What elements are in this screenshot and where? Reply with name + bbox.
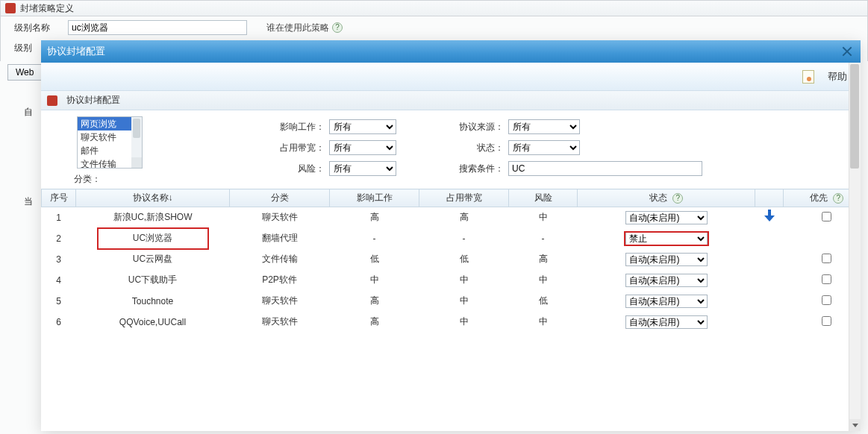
row-status-select[interactable]: 自动(未启用) 禁止 <box>625 315 708 329</box>
cell-bw: 中 <box>419 270 509 291</box>
priority-checkbox[interactable] <box>822 316 831 326</box>
cell-seq: 6 <box>42 312 76 333</box>
search-input[interactable] <box>508 161 702 176</box>
auto-label: 自 <box>24 106 33 119</box>
level-short-label: 级别 <box>8 43 32 53</box>
cell-impact: 低 <box>330 249 419 270</box>
tab-web[interactable]: Web <box>7 64 42 81</box>
table-header-row: 序号 协议名称↓ 分类 影响工作 占用带宽 风险 状态 ? 优先 ? <box>42 189 861 207</box>
source-label: 协议来源： <box>441 121 508 133</box>
cell-seq: 3 <box>42 249 76 270</box>
down-arrow-icon[interactable] <box>763 210 776 223</box>
cell-arrow <box>755 228 784 249</box>
cell-cat: 聊天软件 <box>230 312 330 333</box>
col-cat[interactable]: 分类 <box>230 189 330 207</box>
cell-impact: - <box>330 228 419 249</box>
cell-name: UC浏览器 <box>76 228 230 249</box>
cell-cat: P2P软件 <box>230 270 330 291</box>
col-arrow <box>755 189 784 207</box>
cell-impact: 高 <box>330 291 419 312</box>
cell-arrow <box>755 270 784 291</box>
cell-impact: 中 <box>330 270 419 291</box>
cell-status: 自动(未启用) 禁止 <box>578 249 755 270</box>
source-select[interactable]: 所有 <box>508 119 580 134</box>
row-status-select[interactable]: 自动(未启用) 禁止 <box>625 295 708 308</box>
impact-select[interactable]: 所有 <box>329 119 396 134</box>
help-icon[interactable]: ? <box>833 193 843 204</box>
modal-body: 帮助 协议封堵配置 网页浏览 聊天软件 邮件 文件传输 分类： <box>41 63 861 431</box>
modal-scrollbar[interactable] <box>849 63 861 431</box>
help-icon[interactable]: ? <box>672 193 683 204</box>
bg-title: 封堵策略定义 <box>20 2 74 15</box>
help-icon[interactable]: ? <box>332 22 343 33</box>
cell-seq: 1 <box>42 207 76 228</box>
scrollbar-thumb[interactable] <box>850 64 859 169</box>
cell-status: 自动(未启用) 禁止 <box>578 312 755 333</box>
filters-panel: 网页浏览 聊天软件 邮件 文件传输 分类： 影响工作： 所有 协议来源： 所有 <box>41 110 861 189</box>
protocol-block-config-modal: 协议封堵配置 帮助 协议封堵配置 网页浏览 聊天软件 邮件 文件传输 <box>41 40 861 431</box>
modal-titlebar: 协议封堵配置 <box>41 40 861 63</box>
cell-arrow <box>755 291 784 312</box>
row-status-select[interactable]: 自动(未启用) 禁止 <box>625 211 708 224</box>
help-link[interactable]: 帮助 <box>828 70 847 84</box>
cell-risk: 低 <box>509 291 578 312</box>
subtitle-bar: 协议封堵配置 <box>41 91 861 110</box>
table-row[interactable]: 5Touchnote聊天软件高中低 自动(未启用) 禁止 <box>42 291 861 312</box>
cell-risk: 中 <box>509 270 578 291</box>
row-status-select[interactable]: 自动(未启用) 禁止 <box>625 253 708 266</box>
cell-status: 自动(未启用) 禁止 <box>578 207 755 228</box>
table-row[interactable]: 1新浪UC,新浪SHOW聊天软件高高中 自动(未启用) 禁止 <box>42 207 861 228</box>
close-icon[interactable] <box>840 44 855 59</box>
cell-bw: 中 <box>419 291 509 312</box>
cell-status: 自动(未启用) 禁止 <box>578 270 755 291</box>
bandwidth-label: 占用带宽： <box>262 142 329 154</box>
level-name-input[interactable] <box>68 20 247 35</box>
bg-titlebar: 封堵策略定义 <box>0 0 868 16</box>
col-seq[interactable]: 序号 <box>42 189 76 207</box>
priority-checkbox[interactable] <box>822 274 831 284</box>
cell-risk: 中 <box>509 312 578 333</box>
risk-label: 风险： <box>262 163 329 175</box>
priority-checkbox[interactable] <box>822 254 831 263</box>
cell-seq: 4 <box>42 270 76 291</box>
col-bw[interactable]: 占用带宽 <box>419 189 509 207</box>
scrollbar-down-arrow[interactable] <box>849 419 861 431</box>
cell-arrow <box>755 312 784 333</box>
col-risk[interactable]: 风险 <box>509 189 578 207</box>
priority-checkbox[interactable] <box>822 212 831 221</box>
category-label: 分类： <box>74 173 143 186</box>
dang-label: 当 <box>24 195 33 208</box>
cell-name: QQVoice,UUCall <box>76 312 230 333</box>
table-row[interactable]: 2UC浏览器翻墙代理--- 自动(未启用) 禁止 <box>42 228 861 249</box>
cell-risk: - <box>509 228 578 249</box>
document-icon[interactable] <box>802 70 814 84</box>
cell-bw: 高 <box>419 207 509 228</box>
col-status[interactable]: 状态 ? <box>578 189 755 207</box>
cell-name: UC云网盘 <box>76 249 230 270</box>
cell-cat: 翻墙代理 <box>230 228 330 249</box>
table-row[interactable]: 6QQVoice,UUCall聊天软件高中中 自动(未启用) 禁止 <box>42 312 861 333</box>
category-listbox[interactable]: 网页浏览 聊天软件 邮件 文件传输 <box>77 116 143 169</box>
status-filter-select[interactable]: 所有 <box>508 140 580 155</box>
cell-status: 自动(未启用) 禁止 <box>578 228 755 249</box>
level-name-label: 级别名称 <box>8 22 68 34</box>
cell-bw: 低 <box>419 249 509 270</box>
table-row[interactable]: 4UC下载助手P2P软件中中中 自动(未启用) 禁止 <box>42 270 861 291</box>
table-row[interactable]: 3UC云网盘文件传输低低高 自动(未启用) 禁止 <box>42 249 861 270</box>
bandwidth-select[interactable]: 所有 <box>329 140 396 155</box>
cell-risk: 中 <box>509 207 578 228</box>
row-status-select[interactable]: 自动(未启用) 禁止 <box>625 232 708 245</box>
listbox-scrollbar[interactable] <box>131 117 142 168</box>
protocol-table: 序号 协议名称↓ 分类 影响工作 占用带宽 风险 状态 ? 优先 ? <box>41 189 861 333</box>
cell-arrow <box>755 207 784 228</box>
cell-bw: - <box>419 228 509 249</box>
col-name[interactable]: 协议名称↓ <box>76 189 230 207</box>
row-status-select[interactable]: 自动(未启用) 禁止 <box>625 274 708 287</box>
cell-cat: 文件传输 <box>230 249 330 270</box>
priority-checkbox[interactable] <box>822 295 831 305</box>
cell-seq: 5 <box>42 291 76 312</box>
risk-select[interactable]: 所有 <box>329 161 396 176</box>
who-uses-label: 谁在使用此策略 <box>266 22 329 34</box>
col-impact[interactable]: 影响工作 <box>330 189 419 207</box>
cell-cat: 聊天软件 <box>230 291 330 312</box>
